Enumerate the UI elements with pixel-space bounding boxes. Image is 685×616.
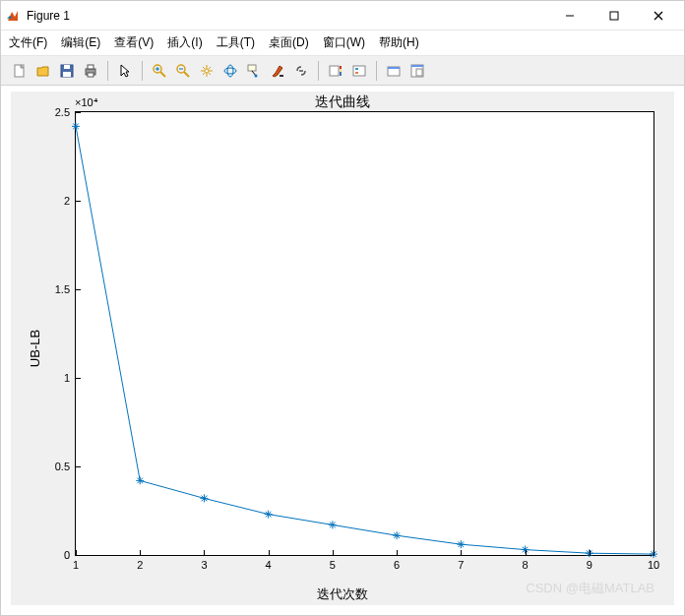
menu-tools[interactable]: 工具(T) — [217, 34, 255, 51]
dock-icon[interactable] — [406, 60, 428, 82]
brush-icon[interactable] — [267, 60, 288, 82]
zoom-out-icon[interactable] — [172, 60, 194, 82]
open-file-icon[interactable] — [32, 60, 54, 82]
datatip-icon[interactable] — [243, 60, 265, 82]
menu-view[interactable]: 查看(V) — [114, 34, 154, 51]
svg-point-19 — [224, 68, 236, 74]
y-tick-label: 2.5 — [55, 106, 70, 118]
svg-rect-7 — [63, 72, 71, 77]
link-icon[interactable] — [290, 60, 312, 82]
figure-canvas: 迭代曲线 ×10⁴ UB-LB 迭代次数 00.511.522.51234567… — [11, 92, 674, 605]
menu-help[interactable]: 帮助(H) — [379, 34, 419, 51]
svg-rect-21 — [248, 65, 256, 71]
pointer-icon[interactable] — [114, 60, 136, 82]
svg-point-18 — [205, 69, 209, 73]
svg-line-12 — [160, 72, 165, 77]
pan-icon[interactable] — [196, 60, 218, 82]
svg-line-16 — [184, 72, 189, 77]
menu-bar: 文件(F) 编辑(E) 查看(V) 插入(I) 工具(T) 桌面(D) 窗口(W… — [1, 31, 684, 56]
line-plot — [76, 112, 654, 555]
y-tick-label: 2 — [64, 195, 70, 207]
menu-edit[interactable]: 编辑(E) — [61, 34, 100, 51]
zoom-in-icon[interactable] — [149, 60, 170, 82]
matlab-logo-icon — [5, 8, 21, 24]
window-title: Figure 1 — [27, 9, 547, 23]
x-tick-label: 8 — [522, 559, 528, 571]
menu-desktop[interactable]: 桌面(D) — [269, 34, 309, 51]
menu-file[interactable]: 文件(F) — [9, 34, 47, 51]
menu-window[interactable]: 窗口(W) — [323, 34, 365, 51]
y-axis-label: UB-LB — [28, 330, 42, 367]
print-icon[interactable] — [80, 60, 101, 82]
x-tick-label: 1 — [73, 559, 79, 571]
toolbar — [1, 56, 684, 86]
svg-point-20 — [227, 65, 233, 77]
svg-point-23 — [255, 74, 258, 77]
new-file-icon[interactable] — [9, 60, 31, 82]
rotate3d-icon[interactable] — [219, 60, 241, 82]
svg-rect-1 — [610, 12, 618, 20]
svg-rect-25 — [330, 66, 339, 76]
svg-rect-6 — [64, 65, 70, 69]
menu-insert[interactable]: 插入(I) — [167, 34, 202, 51]
svg-rect-33 — [388, 67, 400, 69]
x-tick-label: 6 — [394, 559, 400, 571]
maximize-button[interactable] — [592, 2, 636, 30]
x-tick-label: 5 — [330, 559, 336, 571]
x-tick-label: 9 — [587, 559, 592, 571]
x-tick-label: 4 — [266, 559, 272, 571]
svg-rect-35 — [411, 65, 423, 67]
y-tick-label: 1.5 — [55, 283, 70, 295]
x-tick-label: 10 — [648, 559, 659, 571]
x-tick-label: 3 — [201, 559, 207, 571]
y-tick-label: 0.5 — [55, 461, 70, 472]
axes[interactable]: 00.511.522.512345678910 — [75, 111, 654, 556]
svg-rect-24 — [280, 75, 283, 77]
svg-rect-36 — [416, 69, 422, 76]
svg-rect-27 — [340, 66, 342, 69]
svg-rect-28 — [340, 69, 342, 72]
svg-rect-9 — [88, 65, 93, 69]
save-icon[interactable] — [56, 60, 78, 82]
y-tick-label: 0 — [64, 549, 70, 561]
y-exponent: ×10⁴ — [75, 96, 97, 109]
colorbar-icon[interactable] — [325, 60, 346, 82]
watermark: CSDN @电磁MATLAB — [526, 580, 654, 597]
x-tick-label: 2 — [137, 559, 143, 571]
svg-rect-10 — [88, 73, 93, 77]
chart-title: 迭代曲线 — [11, 93, 674, 111]
close-button[interactable] — [636, 2, 680, 30]
svg-rect-29 — [353, 66, 365, 76]
y-tick-label: 1 — [64, 372, 70, 384]
x-tick-label: 7 — [458, 559, 464, 571]
legend-icon[interactable] — [348, 60, 370, 82]
minimize-button[interactable] — [547, 2, 592, 30]
float-icon[interactable] — [383, 60, 405, 82]
